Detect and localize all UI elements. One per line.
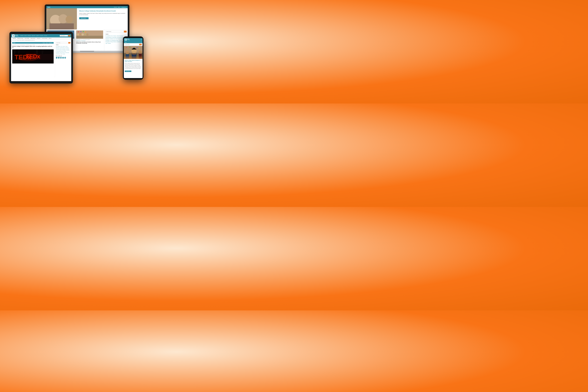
svg-point-27	[78, 31, 79, 32]
tablet-main-content: News Events About Categories + SEPTEMBER…	[11, 41, 55, 78]
laptop-search-input[interactable]	[106, 31, 124, 32]
phone-news-chevron[interactable]: ∨	[141, 42, 142, 43]
phone-logo-sub: SANTA CLARA	[127, 40, 130, 40]
phone-hero-image	[124, 46, 142, 59]
svg-rect-6	[59, 20, 62, 24]
laptop-card-2-image	[76, 30, 103, 39]
tablet-logo-area: MISSIONCOLLEGE SANTA CLARA	[12, 34, 19, 37]
svg-point-29	[85, 32, 86, 33]
laptop-hero-body: Mission College, nestled in the heart of…	[79, 13, 125, 16]
phone-logo: MISSIONCOLLEGE SANTA CLARA	[125, 39, 130, 40]
svg-rect-10	[59, 21, 64, 22]
phone-article-text: Mission College is proud to announce tha…	[125, 63, 142, 69]
svg-point-50	[132, 54, 136, 54]
tablet-news-label: News	[13, 42, 15, 43]
tablet-nav-library[interactable]: LIBRARY	[36, 36, 39, 36]
tablet-logo-icon	[12, 34, 14, 37]
breadcrumb-news[interactable]: News	[14, 40, 16, 40]
tablet-breadcrumb: Home / News / Inaugural TEDx at Mission,…	[11, 40, 71, 41]
tablet-search-button[interactable]: 🔍	[68, 35, 70, 36]
tablet-logo-college-name: MISSIONCOLLEGE	[15, 35, 19, 36]
tablet-tags[interactable]: 5k, Academics, Arts, Campus, Career Educ…	[56, 46, 70, 55]
tablet-nav-schedule[interactable]: SCHEDULE	[28, 36, 31, 36]
svg-rect-2	[49, 21, 74, 22]
svg-rect-11	[65, 21, 71, 22]
phone-logo-icon	[125, 39, 127, 40]
phone-logo-text-block: MISSIONCOLLEGE SANTA CLARA	[127, 39, 130, 40]
tablet-aside-search: 🔍	[56, 42, 70, 44]
tablet-nav-mcportal[interactable]: MC PORTAL	[40, 36, 44, 36]
phone-search-input[interactable]	[125, 44, 139, 45]
svg-rect-9	[51, 21, 58, 22]
tablet-menu-bar: Apply Now Programs & Courses Pay for Col…	[11, 38, 71, 40]
tablet-aside: 🔍 TAGS 5k, Academics, Arts, Campus, Care…	[55, 41, 71, 78]
phone-screen: MISSIONCOLLEGE SANTA CLARA ≡ News ∨ 🔍	[124, 38, 142, 78]
tablet-nav-directory[interactable]: DIRECTORY	[32, 36, 36, 36]
svg-point-49	[132, 54, 136, 54]
tablet-search-area: 🔍	[60, 35, 70, 36]
laptop-nav-categories[interactable]: Categories +	[121, 7, 126, 8]
tablet-tags-title: TAGS	[56, 44, 70, 45]
tablet-bar-events[interactable]: Events	[43, 42, 45, 43]
laptop-nav-events[interactable]: Events	[114, 7, 117, 8]
laptop-search-box: 🔍	[106, 31, 126, 32]
tablet-bar-about[interactable]: About	[46, 42, 48, 43]
tablet-nav-myemail[interactable]: MY EMAIL	[44, 36, 47, 36]
phone-logo-name: MISSIONCOLLEGE	[127, 39, 130, 40]
tablet-social-icons: f t ▶ in ◉	[56, 57, 70, 58]
svg-point-23	[82, 34, 84, 36]
tablet-menu-programs[interactable]: Programs & Courses	[16, 38, 24, 39]
tablet-instagram-icon[interactable]: ◉	[64, 57, 66, 58]
svg-point-3	[52, 16, 57, 20]
laptop-read-more-button[interactable]: READ MORE →	[79, 17, 88, 19]
tablet-menu-about[interactable]: About Us	[48, 38, 52, 39]
tablet-menu-student[interactable]: Student Services	[30, 38, 36, 39]
phone-read-more-button[interactable]: READ MORE →	[125, 70, 131, 72]
tablet-logo-text-block: MISSIONCOLLEGE SANTA CLARA	[15, 35, 19, 37]
phone-search-button[interactable]: 🔍	[139, 44, 142, 45]
tablet-menu-pay[interactable]: Pay for College	[24, 38, 30, 39]
svg-point-25	[86, 34, 88, 36]
tablet-article-meta: SEPTEMBER 28 '23 • BENJAMIN DEMERS • COM…	[12, 44, 54, 45]
phone-hamburger-icon[interactable]: ≡	[141, 39, 142, 40]
phone-device: MISSIONCOLLEGE SANTA CLARA ≡ News ∨ 🔍	[123, 36, 144, 80]
tablet-youtube-icon[interactable]: ▶	[60, 57, 62, 58]
svg-point-22	[79, 33, 82, 36]
svg-marker-48	[132, 48, 136, 49]
tablet-aside-search-input[interactable]	[56, 42, 68, 44]
svg-rect-4	[52, 20, 57, 24]
laptop-news-card-2[interactable]: SEPTEMBER 02 '23 • BENJAMIN DEMERS COMMU…	[75, 30, 104, 51]
laptop-hero: Mission College Celebrates Remarkable En…	[46, 8, 128, 30]
svg-point-52	[139, 50, 142, 54]
laptop-news-title: News	[48, 6, 50, 8]
tablet-nav-starfish[interactable]: STARFISH	[20, 36, 24, 36]
tablet-aside-search-button[interactable]: 🔍	[68, 42, 70, 44]
phone-news-label: News	[125, 42, 127, 42]
phone-gradient-overlay	[124, 56, 142, 59]
svg-rect-57	[136, 47, 137, 48]
tablet-news-section: News Events About Categories + SEPTEMBER…	[11, 41, 71, 78]
laptop-card-2-title: Santa Clara and Mission Establish Silico…	[76, 42, 103, 44]
laptop-search-button[interactable]: 🔍	[124, 31, 126, 32]
tablet-menu-campus[interactable]: Campus Life	[36, 38, 41, 39]
tablet-search-input[interactable]	[60, 35, 68, 36]
svg-rect-32	[13, 36, 14, 36]
tablet-bezel: MISSIONCOLLEGE SANTA CLARA STARFISH CANV…	[10, 32, 73, 84]
tablet-menu-community[interactable]: For the Community	[41, 38, 48, 39]
tablet-follow-title: FOLLOW US	[56, 56, 70, 56]
laptop-news-bar: News Events About Categories +	[46, 6, 128, 8]
phone-article-body: Mission College Named Champion of Higher…	[124, 59, 142, 73]
breadcrumb-home[interactable]: Home	[12, 40, 14, 40]
tablet-facebook-icon[interactable]: f	[56, 57, 58, 58]
tablet-twitter-icon[interactable]: t	[58, 57, 60, 58]
svg-point-24	[84, 33, 86, 36]
laptop-nav-about[interactable]: About	[118, 7, 120, 8]
svg-rect-56	[130, 46, 130, 48]
svg-point-51	[126, 51, 129, 54]
breadcrumb-current: Inaugural TEDx at Mission, Accepting App…	[17, 40, 35, 40]
tablet-bar-categories[interactable]: Categories +	[49, 42, 53, 43]
svg-point-7	[64, 16, 68, 19]
tablet-linkedin-icon[interactable]: in	[62, 57, 64, 58]
tablet-menu-apply[interactable]: Apply Now	[12, 38, 16, 39]
tablet-nav-canvas[interactable]: CANVAS	[24, 36, 27, 36]
